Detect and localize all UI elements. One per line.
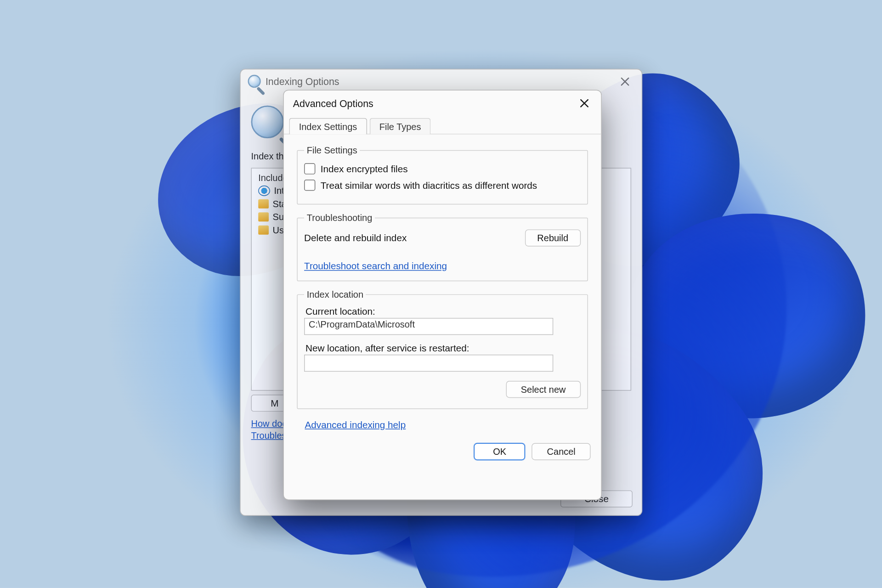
advanced-title: Advanced Options	[290, 97, 571, 108]
current-location-field[interactable]: C:\ProgramData\Microsoft	[304, 318, 553, 335]
new-location-label: New location, after service is restarted…	[305, 343, 581, 353]
indexing-close-button[interactable]	[611, 72, 638, 91]
advanced-options-window: Advanced Options Index Settings File Typ…	[283, 90, 601, 500]
checkbox-diacritics[interactable]	[304, 180, 315, 191]
select-new-button[interactable]: Select new	[506, 381, 581, 398]
troubleshoot-search-link[interactable]: Troubleshoot search and indexing	[304, 261, 447, 271]
index-location-group: Index location Current location: C:\Prog…	[297, 289, 588, 409]
tab-strip: Index Settings File Types	[284, 115, 601, 134]
close-icon	[580, 99, 588, 107]
current-location-label: Current location:	[305, 306, 581, 317]
indexing-icon	[248, 75, 261, 88]
file-settings-legend: File Settings	[304, 145, 360, 155]
new-location-field[interactable]	[304, 355, 553, 372]
indexing-title: Indexing Options	[266, 76, 611, 87]
troubleshooting-legend: Troubleshooting	[304, 212, 375, 223]
checkbox-index-encrypted[interactable]	[304, 163, 315, 174]
label-index-encrypted: Index encrypted files	[321, 164, 408, 174]
troubleshooting-group: Troubleshooting Delete and rebuild index…	[297, 212, 588, 281]
cancel-button[interactable]: Cancel	[532, 443, 591, 460]
label-diacritics: Treat similar words with diacritics as d…	[321, 180, 537, 191]
close-icon	[621, 77, 629, 86]
tab-file-types[interactable]: File Types	[369, 118, 430, 135]
rebuild-button[interactable]: Rebuild	[525, 229, 581, 246]
tab-index-settings[interactable]: Index Settings	[289, 118, 367, 135]
rebuild-label: Delete and rebuild index	[304, 233, 407, 243]
index-location-legend: Index location	[304, 289, 366, 300]
ie-icon	[258, 186, 270, 196]
advanced-close-button[interactable]	[571, 93, 597, 113]
file-settings-group: File Settings Index encrypted files Trea…	[297, 145, 588, 204]
folder-icon	[258, 226, 269, 235]
folder-icon	[258, 199, 269, 209]
ok-button[interactable]: OK	[474, 443, 526, 460]
advanced-indexing-help-link[interactable]: Advanced indexing help	[305, 419, 406, 430]
magnifier-icon	[251, 106, 284, 138]
folder-icon	[258, 212, 269, 221]
